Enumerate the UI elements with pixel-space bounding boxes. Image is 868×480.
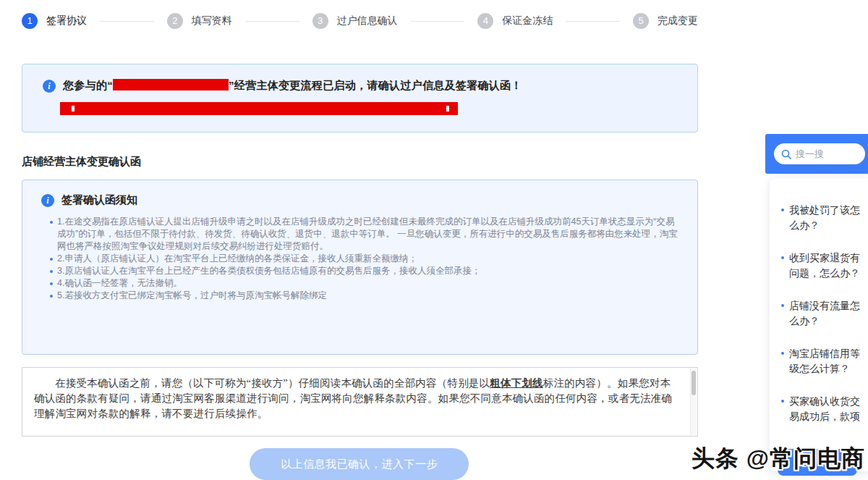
- step-connector: [411, 21, 465, 22]
- search-icon: [781, 149, 791, 159]
- list-fade-overlay: [770, 422, 868, 441]
- help-link-penalty[interactable]: 我被处罚了该怎么办？: [781, 203, 862, 233]
- scrollbar-thumb[interactable]: [692, 371, 696, 395]
- step-2-number: 2: [167, 13, 183, 29]
- step-transfer-confirm: 3 过户信息确认: [312, 13, 398, 29]
- notice-item: 5.若接收方支付宝已绑定淘宝帐号，过户时将与原淘宝帐号解除绑定: [50, 290, 681, 302]
- step-4-number: 4: [477, 13, 493, 29]
- notice-item: 1.在途交易指在原店铺认证人提出店铺升级申请之时以及在店铺升级成功之时已经创建但…: [50, 216, 681, 253]
- redacted-shop-name: [113, 79, 229, 90]
- alert-message: 您参与的“”经营主体变更流程已启动，请确认过户信息及签署确认函！: [63, 79, 522, 93]
- notice-item: 2.申请人（原店铺认证人）在淘宝平台上已经缴纳的各类保证金，接收人须重新全额缴纳…: [50, 253, 681, 265]
- notice-item: 4.确认函一经签署，无法撤销。: [50, 277, 681, 290]
- help-link-returns[interactable]: 收到买家退货有问题，怎么办？: [781, 250, 862, 281]
- bold-underline-phrase: 粗体下划线: [490, 377, 543, 389]
- letter-paragraph: 在接受本确认函之前，请您（以下可称为“接收方”）仔细阅读本确认函的全部内容（特别…: [34, 376, 677, 421]
- notice-list: 1.在途交易指在原店铺认证人提出店铺升级申请之时以及在店铺升级成功之时已经创建但…: [50, 216, 681, 302]
- step-complete-change: 5 完成变更: [633, 13, 698, 29]
- step-5-label: 完成变更: [658, 14, 698, 28]
- signing-notice-box: i 签署确认函须知 1.在途交易指在原店铺认证人提出店铺升级申请之时以及在店铺升…: [22, 180, 698, 355]
- help-search-box[interactable]: [774, 143, 865, 164]
- search-input[interactable]: [796, 148, 855, 159]
- info-icon: i: [43, 80, 56, 93]
- info-icon: i: [41, 194, 54, 207]
- step-connector: [100, 21, 154, 22]
- step-deposit-freeze: 4 保证金冻结: [477, 13, 553, 29]
- watermark-text: 头条 @常问电商: [692, 443, 865, 475]
- help-sidebar-card: 我被处罚了该怎么办？ 收到买家退货有问题，怎么办？ 店铺没有流量怎么办？ 淘宝店…: [770, 178, 868, 471]
- progress-stepper: 1 签署协议 2 填写资料 3 过户信息确认 4 保证金冻结 5 完成变更: [22, 13, 698, 29]
- step-1-label: 签署协议: [46, 14, 87, 28]
- help-link-credit-level[interactable]: 淘宝店铺信用等级怎么计算？: [781, 346, 862, 376]
- notice-title: 签署确认函须知: [61, 193, 137, 207]
- step-5-number: 5: [633, 13, 649, 29]
- step-connector: [245, 21, 299, 22]
- redacted-detail-line: [60, 102, 458, 115]
- help-link-list: 我被处罚了该怎么办？ 收到买家退货有问题，怎么办？ 店铺没有流量怎么办？ 淘宝店…: [781, 203, 862, 424]
- page-title: 店铺经营主体变更确认函: [22, 155, 141, 169]
- step-4-label: 保证金冻结: [502, 14, 553, 28]
- confirm-next-step-button[interactable]: 以上信息我已确认，进入下一步: [250, 448, 469, 480]
- step-sign-agreement: 1 签署协议: [22, 13, 87, 29]
- step-connector: [566, 21, 620, 22]
- notice-item: 3.原店铺认证人在淘宝平台上已经产生的各类债权债务包括店铺原有的交易售后服务，接…: [50, 265, 681, 277]
- step-1-number: 1: [22, 13, 38, 29]
- step-2-label: 填写资料: [192, 14, 232, 28]
- help-link-traffic[interactable]: 店铺没有流量怎么办？: [781, 298, 862, 329]
- letter-scrollbar[interactable]: [690, 369, 697, 435]
- step-fill-info: 2 填写资料: [167, 13, 232, 29]
- process-started-alert: i 您参与的“”经营主体变更流程已启动，请确认过户信息及签署确认函！: [22, 64, 698, 132]
- help-sidebar-header: [765, 134, 868, 174]
- step-3-number: 3: [312, 13, 328, 29]
- confirmation-letter-box[interactable]: 在接受本确认函之前，请您（以下可称为“接收方”）仔细阅读本确认函的全部内容（特别…: [22, 367, 698, 437]
- step-3-label: 过户信息确认: [337, 14, 398, 28]
- help-link-payment[interactable]: 买家确认收货交易成功后，款项: [781, 394, 862, 424]
